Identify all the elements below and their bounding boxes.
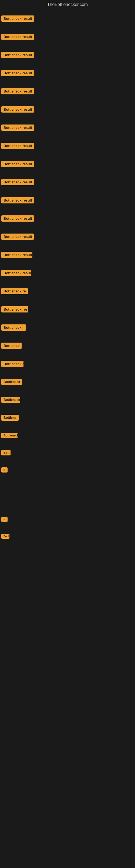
bottleneck-badge[interactable]: Bottleneck bbox=[1, 379, 22, 385]
bottleneck-badge[interactable]: Bottleneck r bbox=[1, 324, 26, 331]
bottleneck-item bbox=[1, 700, 134, 705]
bottleneck-badge[interactable]: Bottleneck result bbox=[1, 234, 34, 240]
bottleneck-item: Bottleneck result bbox=[1, 49, 134, 62]
bottleneck-item: B bbox=[1, 465, 134, 476]
bottleneck-item: Bottleneck result bbox=[1, 67, 134, 80]
bottleneck-badge[interactable]: Bottleneck res bbox=[1, 397, 20, 403]
bottleneck-item: Bottleneck r bbox=[1, 358, 134, 371]
bottleneck-item: Bottleneck result bbox=[1, 304, 134, 316]
bottleneck-badge[interactable]: B bbox=[1, 467, 8, 472]
bottleneck-item bbox=[1, 578, 134, 583]
items-container: Bottleneck resultBottleneck resultBottle… bbox=[0, 9, 135, 707]
bottleneck-badge[interactable]: Bottl bbox=[1, 534, 9, 539]
bottleneck-badge[interactable]: Bottleneck result bbox=[1, 179, 34, 185]
bottleneck-badge[interactable]: Bot bbox=[1, 450, 10, 456]
bottleneck-item: Bottl bbox=[1, 531, 134, 542]
bottleneck-item: Bottleneck result bbox=[1, 158, 134, 171]
bottleneck-badge[interactable]: Bottlenec bbox=[1, 343, 21, 349]
bottleneck-item: Bottleneck bbox=[1, 430, 134, 442]
bottleneck-item: Bottleneck result bbox=[1, 194, 134, 207]
bottleneck-badge[interactable]: Bottleneck result bbox=[1, 197, 34, 204]
bottleneck-item: Bottleneck result bbox=[1, 13, 134, 26]
bottleneck-item: Bottleneck result bbox=[1, 231, 134, 244]
bottleneck-badge[interactable]: Bottlens bbox=[1, 415, 18, 421]
bottleneck-item: Bottleneck bbox=[1, 376, 134, 389]
bottleneck-item: B bbox=[1, 514, 134, 526]
bottleneck-item: Bottleneck result bbox=[1, 86, 134, 98]
bottleneck-item: Bottleneck result bbox=[1, 104, 134, 116]
bottleneck-item bbox=[1, 618, 134, 624]
bottleneck-item: Bottleneck result bbox=[1, 140, 134, 153]
bottleneck-badge[interactable]: Bottleneck result bbox=[1, 270, 31, 276]
bottleneck-item: Bottleneck re bbox=[1, 285, 134, 298]
bottleneck-item: Bottleneck result bbox=[1, 249, 134, 262]
bottleneck-item: Bottlenec bbox=[1, 340, 134, 352]
bottleneck-badge[interactable]: Bottleneck result bbox=[1, 252, 32, 258]
site-title: TheBottlenecker.com bbox=[0, 0, 135, 9]
bottleneck-item: Bot bbox=[1, 447, 134, 459]
bottleneck-badge[interactable]: Bottleneck result bbox=[1, 306, 28, 312]
page-wrapper: TheBottlenecker.com Bottleneck resultBot… bbox=[0, 0, 135, 707]
bottleneck-item: Bottleneck result bbox=[1, 213, 134, 225]
bottleneck-badge[interactable]: Bottleneck result bbox=[1, 88, 34, 94]
bottleneck-item: Bottleneck res bbox=[1, 394, 134, 407]
bottleneck-badge[interactable]: Bottleneck result bbox=[1, 52, 34, 58]
bottleneck-badge[interactable]: B bbox=[1, 517, 8, 522]
bottleneck-item bbox=[1, 498, 134, 503]
bottleneck-badge[interactable]: Bottleneck result bbox=[1, 161, 34, 167]
bottleneck-badge[interactable]: Bottleneck re bbox=[1, 288, 28, 294]
bottleneck-badge[interactable]: Bottleneck bbox=[1, 433, 17, 438]
bottleneck-item: Bottlens bbox=[1, 412, 134, 425]
bottleneck-badge[interactable]: Bottleneck result bbox=[1, 34, 34, 40]
bottleneck-item: Bottleneck result bbox=[1, 122, 134, 134]
bottleneck-item: Bottleneck r bbox=[1, 322, 134, 335]
bottleneck-badge[interactable]: Bottleneck result bbox=[1, 106, 34, 113]
bottleneck-item: Bottleneck result bbox=[1, 31, 134, 44]
bottleneck-item: Bottleneck result bbox=[1, 176, 134, 189]
bottleneck-badge[interactable]: Bottleneck result bbox=[1, 70, 34, 76]
bottleneck-badge[interactable]: Bottleneck result bbox=[1, 16, 34, 22]
bottleneck-item: Bottleneck result bbox=[1, 267, 134, 280]
bottleneck-badge[interactable]: Bottleneck result bbox=[1, 124, 34, 131]
bottleneck-badge[interactable]: Bottleneck result bbox=[1, 143, 34, 149]
bottleneck-badge[interactable]: Bottleneck r bbox=[1, 361, 24, 367]
bottleneck-item bbox=[1, 659, 134, 664]
bottleneck-badge[interactable]: Bottleneck result bbox=[1, 215, 34, 222]
